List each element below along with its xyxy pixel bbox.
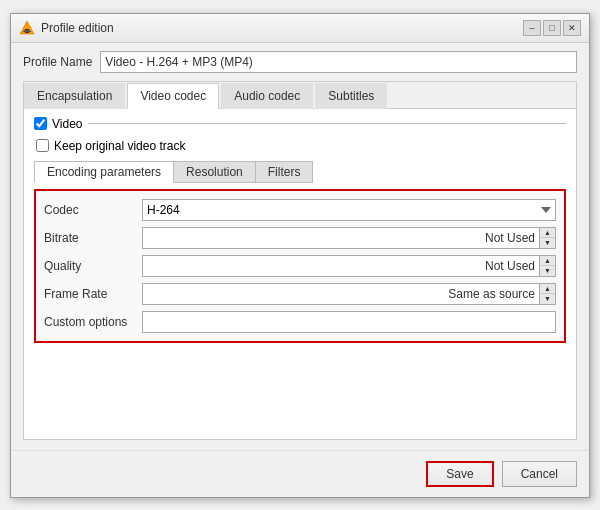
- inner-tab-resolution[interactable]: Resolution: [173, 161, 256, 183]
- video-divider: [88, 123, 566, 124]
- keep-original-row: Keep original video track: [34, 139, 566, 153]
- frame-rate-label: Frame Rate: [44, 287, 134, 301]
- window-controls: – □ ✕: [523, 20, 581, 36]
- bitrate-spinbox: ▲ ▼: [142, 227, 556, 249]
- window-title: Profile edition: [41, 21, 517, 35]
- video-checkbox[interactable]: [34, 117, 47, 130]
- bitrate-spinbox-buttons: ▲ ▼: [539, 228, 555, 248]
- frame-rate-spinbox-buttons: ▲ ▼: [539, 284, 555, 304]
- codec-control: H-264 MPEG-4 MPEG-2 VP8 Theora: [142, 199, 556, 221]
- tab-content-video-codec: Video Keep original video track Encoding…: [24, 109, 576, 439]
- tab-audio-codec[interactable]: Audio codec: [221, 83, 313, 109]
- frame-rate-up-button[interactable]: ▲: [540, 284, 555, 295]
- quality-down-button[interactable]: ▼: [540, 266, 555, 276]
- quality-label: Quality: [44, 259, 134, 273]
- bitrate-label: Bitrate: [44, 231, 134, 245]
- dialog-content: Profile Name Encapsulation Video codec A…: [11, 43, 589, 450]
- svg-rect-2: [24, 30, 30, 31]
- title-bar: Profile edition – □ ✕: [11, 14, 589, 43]
- codec-select[interactable]: H-264 MPEG-4 MPEG-2 VP8 Theora: [142, 199, 556, 221]
- frame-rate-row: Frame Rate ▲ ▼: [44, 283, 556, 305]
- app-icon: [19, 20, 35, 36]
- inner-tab-encoding[interactable]: Encoding parameters: [34, 161, 174, 183]
- dialog-footer: Save Cancel: [11, 450, 589, 497]
- custom-options-row: Custom options: [44, 311, 556, 333]
- cancel-button[interactable]: Cancel: [502, 461, 577, 487]
- tab-video-codec[interactable]: Video codec: [127, 83, 219, 109]
- profile-edition-window: Profile edition – □ ✕ Profile Name Encap…: [10, 13, 590, 498]
- quality-spinbox-buttons: ▲ ▼: [539, 256, 555, 276]
- frame-rate-down-button[interactable]: ▼: [540, 294, 555, 304]
- frame-rate-input[interactable]: [143, 284, 539, 304]
- quality-row: Quality ▲ ▼: [44, 255, 556, 277]
- codec-label: Codec: [44, 203, 134, 217]
- video-checkbox-label[interactable]: Video: [34, 117, 82, 131]
- bitrate-up-button[interactable]: ▲: [540, 228, 555, 239]
- outer-tabs-container: Encapsulation Video codec Audio codec Su…: [23, 81, 577, 440]
- custom-options-control: [142, 311, 556, 333]
- inner-tab-filters[interactable]: Filters: [255, 161, 314, 183]
- profile-name-label: Profile Name: [23, 55, 92, 69]
- svg-rect-3: [23, 31, 31, 32]
- video-section-header: Video: [34, 117, 566, 131]
- quality-input[interactable]: [143, 256, 539, 276]
- outer-tab-bar: Encapsulation Video codec Audio codec Su…: [24, 82, 576, 109]
- frame-rate-control: ▲ ▼: [142, 283, 556, 305]
- quality-spinbox: ▲ ▼: [142, 255, 556, 277]
- tab-subtitles[interactable]: Subtitles: [315, 83, 387, 109]
- codec-row: Codec H-264 MPEG-4 MPEG-2 VP8 Theora: [44, 199, 556, 221]
- tab-encapsulation[interactable]: Encapsulation: [24, 83, 125, 109]
- quality-up-button[interactable]: ▲: [540, 256, 555, 267]
- custom-options-label: Custom options: [44, 315, 134, 329]
- keep-original-checkbox-label[interactable]: Keep original video track: [36, 139, 566, 153]
- inner-tab-bar: Encoding parameters Resolution Filters: [34, 161, 566, 183]
- minimize-button[interactable]: –: [523, 20, 541, 36]
- save-button[interactable]: Save: [426, 461, 493, 487]
- custom-options-input[interactable]: [142, 311, 556, 333]
- bitrate-row: Bitrate ▲ ▼: [44, 227, 556, 249]
- bitrate-input[interactable]: [143, 228, 539, 248]
- profile-name-input[interactable]: [100, 51, 577, 73]
- keep-original-checkbox[interactable]: [36, 139, 49, 152]
- maximize-button[interactable]: □: [543, 20, 561, 36]
- encoding-params-box: Codec H-264 MPEG-4 MPEG-2 VP8 Theora: [34, 189, 566, 343]
- profile-name-row: Profile Name: [23, 51, 577, 73]
- frame-rate-spinbox: ▲ ▼: [142, 283, 556, 305]
- quality-control: ▲ ▼: [142, 255, 556, 277]
- bitrate-control: ▲ ▼: [142, 227, 556, 249]
- close-button[interactable]: ✕: [563, 20, 581, 36]
- bitrate-down-button[interactable]: ▼: [540, 238, 555, 248]
